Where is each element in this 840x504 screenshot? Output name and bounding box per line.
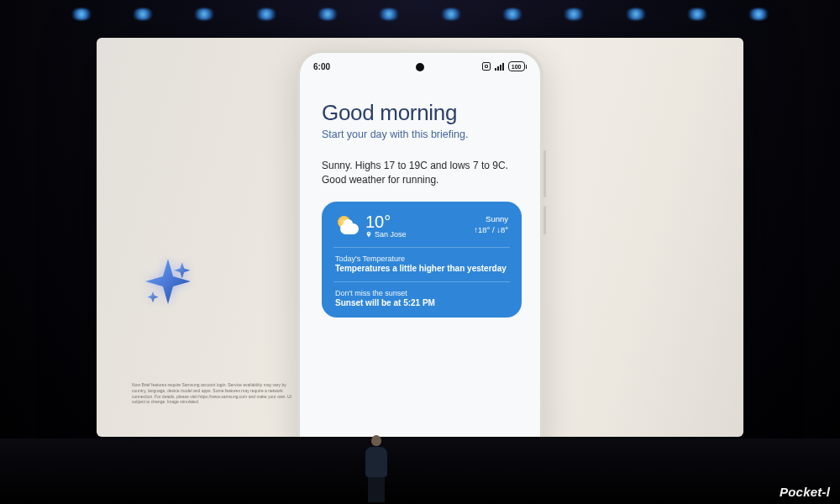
location-text: San Jose — [375, 230, 407, 239]
power-button — [543, 206, 546, 234]
volume-button — [543, 150, 546, 197]
card-section-body: Sunset will be at 5:21 PM — [335, 298, 508, 307]
card-section-label: Today's Temperature — [335, 255, 508, 263]
presenter-silhouette — [361, 435, 391, 502]
card-section-body: Temperatures a little higher than yester… — [335, 264, 508, 273]
disclaimer-text: Now Brief features require Samsung accou… — [132, 382, 296, 405]
greeting-title: Good morning — [322, 100, 522, 126]
weather-card[interactable]: 10° San Jose Sunny ↑ — [322, 202, 522, 318]
high-low-text: ↑18° / ↓8° — [474, 224, 508, 235]
stage-floor — [0, 438, 840, 504]
camera-punch-hole — [416, 63, 424, 71]
greeting-subtitle: Start your day with this briefing. — [322, 129, 522, 140]
card-section-label: Don't miss the sunset — [335, 289, 508, 297]
phone-mock: 6:00 100 Good morning Start yo — [297, 50, 543, 437]
current-temperature: 10° — [365, 213, 407, 230]
watermark-text: Pocket-l — [780, 485, 830, 499]
condition-text: Sunny — [474, 213, 508, 224]
status-icon — [482, 62, 491, 71]
battery-icon: 100 — [508, 61, 525, 71]
signal-icon — [495, 63, 504, 71]
clock: 6:00 — [313, 62, 330, 71]
sparkle-icon — [143, 256, 193, 307]
weather-sun-cloud-icon — [335, 214, 359, 238]
location-pin-icon — [365, 231, 372, 238]
weather-summary: Sunny. Highs 17 to 19C and lows 7 to 9C.… — [322, 159, 522, 188]
projection-screen: Now Brief features require Samsung accou… — [97, 38, 743, 437]
ceiling-lights — [0, 0, 840, 38]
